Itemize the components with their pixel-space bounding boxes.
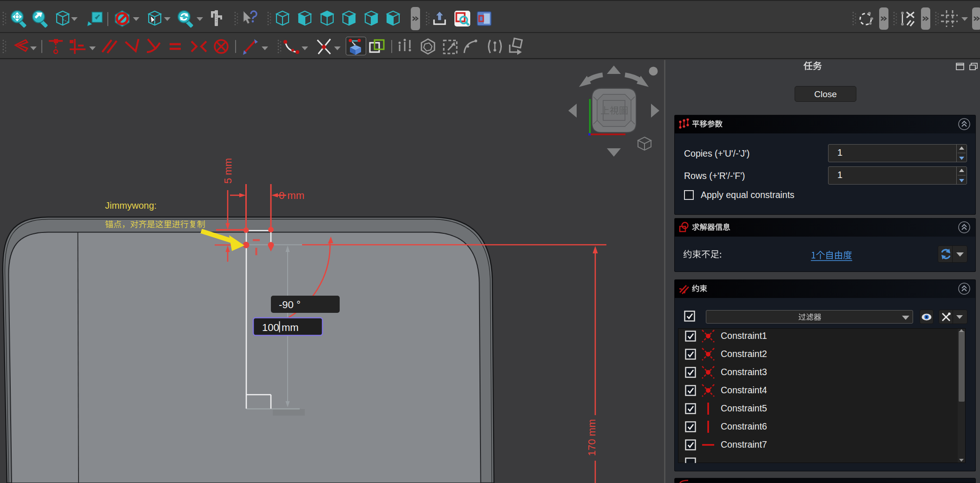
svg-text:0 mm: 0 mm: [279, 190, 304, 201]
svg-text:mm: mm: [282, 322, 299, 333]
svg-text:-90 °: -90 °: [279, 299, 301, 311]
svg-text:100: 100: [262, 322, 279, 333]
svg-text:Jimmywong:: Jimmywong:: [105, 200, 157, 211]
svg-text:5 mm: 5 mm: [222, 158, 234, 184]
svg-text:170 mm: 170 mm: [586, 419, 598, 456]
